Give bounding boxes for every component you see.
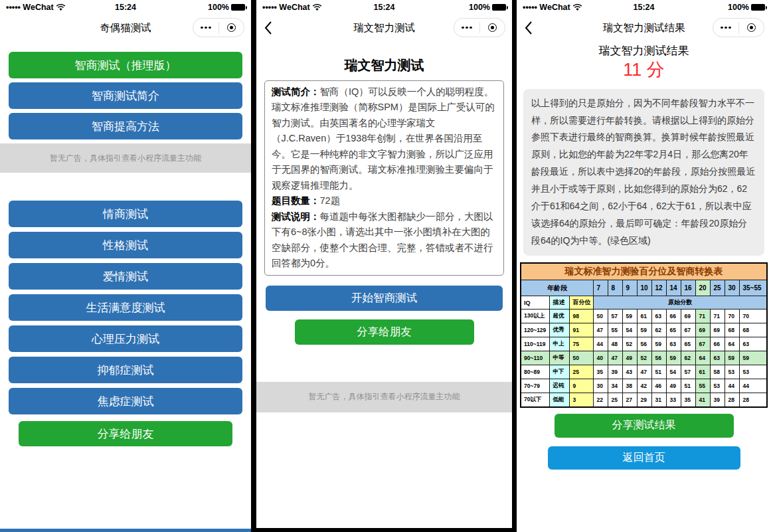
cell-score: 44: [725, 379, 740, 393]
wifi-icon: [572, 4, 582, 11]
result-title: 瑞文智力测试结果: [517, 43, 771, 58]
capsule-menu[interactable]: [193, 18, 244, 37]
menu-button[interactable]: 爱情测试: [9, 263, 242, 290]
age-col: 14: [667, 280, 681, 296]
menu-button[interactable]: 智商测试（推理版）: [9, 52, 242, 78]
cell-score: 39: [711, 393, 725, 407]
menu-button[interactable]: 抑郁症测试: [9, 357, 242, 383]
minimize-icon[interactable]: [739, 23, 764, 32]
cell-score: 70: [725, 310, 740, 323]
back-home-button[interactable]: 返回首页: [548, 446, 740, 470]
col-raw: 原始分数: [594, 296, 767, 310]
cell-score: 57: [608, 310, 623, 323]
carrier-label: ••••• WeChat: [262, 3, 322, 12]
divider: [512, 0, 517, 532]
cell-score: 25: [608, 393, 623, 407]
intro-text: 72题: [320, 195, 341, 206]
status-bar: ••••• WeChat 15:24 100%: [256, 0, 512, 15]
cell-score: 27: [623, 393, 638, 407]
age-col: 8: [608, 280, 623, 296]
cell-pct: 50: [570, 351, 594, 365]
cell-score: 31: [652, 393, 667, 407]
cell-score: 49: [667, 379, 681, 393]
cell-score: 63: [740, 337, 767, 351]
menu-button[interactable]: 智商测试简介: [9, 82, 242, 109]
cell-score: 63: [667, 337, 681, 351]
carrier-text: ••••• WeChat: [262, 3, 310, 12]
cell-score: 35: [594, 365, 608, 379]
clock: 15:24: [115, 3, 136, 12]
intro-paragraph: 测试简介：智商（IQ）可以反映一个人的聪明程度。瑞文标准推理测验（简称SPM）是…: [272, 84, 497, 193]
ad-text: 暂无广告，具体指引查看小程序流量主功能: [50, 153, 201, 164]
carrier-text: ••••• WeChat: [523, 3, 570, 12]
more-icon[interactable]: [454, 27, 479, 29]
menu-button[interactable]: 心理压力测试: [9, 325, 242, 352]
col-iq: IQ: [521, 296, 550, 310]
cell-desc: 低能: [550, 393, 570, 407]
share-button[interactable]: 分享给朋友: [19, 421, 232, 446]
cell-score: 65: [681, 337, 696, 351]
capsule-menu[interactable]: [454, 18, 505, 37]
table-age-row: 年龄段7891012141620253035~55: [521, 280, 767, 296]
start-test-button[interactable]: 开始智商测试: [266, 286, 503, 311]
menu-button[interactable]: 情商测试: [9, 201, 242, 227]
age-col: 7: [594, 280, 608, 296]
intro-box: 测试简介：智商（IQ）可以反映一个人的聪明程度。瑞文标准推理测验（简称SPM）是…: [264, 80, 504, 276]
menu-button[interactable]: 焦虑症测试: [9, 388, 242, 414]
cell-score: 41: [696, 393, 711, 407]
cell-score: 62: [652, 323, 667, 337]
cell-score: 55: [696, 379, 711, 393]
capsule-menu[interactable]: [713, 18, 764, 37]
cell-desc: 中下: [550, 365, 570, 379]
menu-button[interactable]: 性格测试: [9, 232, 242, 258]
col-desc: 描述: [550, 296, 570, 310]
cell-desc: 超优: [550, 310, 570, 323]
minimize-icon[interactable]: [480, 23, 505, 32]
cell-score: 59: [623, 310, 638, 323]
table-row: 70~79迟钝93034384246495155534444: [521, 379, 767, 393]
cell-score: 44: [740, 379, 767, 393]
menu-button[interactable]: 生活满意度测试: [9, 294, 242, 321]
age-col: 25: [711, 280, 725, 296]
carrier-label: ••••• WeChat: [523, 3, 582, 12]
cell-score: 47: [638, 365, 652, 379]
table-row: 70以下低能32225272931333541392828: [521, 393, 767, 407]
ad-banner: 暂无广告，具体指引查看小程序流量主功能: [256, 382, 512, 412]
cell-score: 52: [623, 337, 638, 351]
cell-score: 49: [623, 351, 638, 365]
more-icon[interactable]: [713, 27, 738, 29]
home-list-buttons: 情商测试性格测试爱情测试生活满意度测试心理压力测试抑郁症测试焦虑症测试: [0, 173, 251, 414]
test-title: 瑞文智力测试: [256, 56, 512, 74]
minimize-icon[interactable]: [219, 23, 244, 32]
cell-score: 51: [652, 365, 667, 379]
more-icon[interactable]: [193, 27, 218, 29]
share-result-button[interactable]: 分享测试结果: [555, 414, 734, 438]
cell-score: 42: [638, 379, 652, 393]
cell-score: 54: [667, 365, 681, 379]
age-col: 10: [638, 280, 652, 296]
menu-button[interactable]: 智商提高方法: [9, 113, 242, 139]
back-icon[interactable]: [523, 21, 534, 35]
panel-home: ••••• WeChat 15:24 100% 奇偶猫测试 智商测试（推理版）智…: [0, 0, 251, 532]
divider: [251, 528, 517, 532]
cell-iq: 120~129: [521, 323, 550, 337]
cell-score: 66: [667, 310, 681, 323]
cell-pct: 75: [570, 337, 594, 351]
cell-pct: 98: [570, 310, 594, 323]
cell-score: 54: [623, 323, 638, 337]
back-icon[interactable]: [263, 21, 274, 35]
cell-pct: 9: [570, 379, 594, 393]
cell-score: 29: [638, 393, 652, 407]
cell-score: 40: [594, 351, 608, 365]
explanation-text: 以上得到的只是原始分，因为不同年龄段智力水平不一样，所以需要进行年龄转换。请根据…: [531, 98, 756, 246]
cell-score: 63: [652, 310, 667, 323]
cell-score: 66: [711, 337, 725, 351]
ad-banner: 暂无广告，具体指引查看小程序流量主功能: [0, 143, 251, 173]
battery-icon: [492, 4, 506, 11]
share-button[interactable]: 分享给朋友: [295, 319, 474, 345]
table-row: 130以上超优985057596163666971717070: [521, 310, 767, 323]
age-col: 12: [652, 280, 667, 296]
cell-score: 56: [638, 337, 652, 351]
battery-indicator: 100%: [208, 3, 245, 12]
score-value: 11 分: [517, 60, 771, 80]
